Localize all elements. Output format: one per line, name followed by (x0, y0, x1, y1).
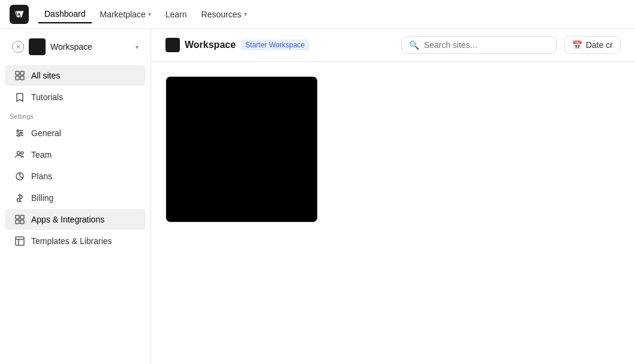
nav-items: Dashboard Marketplace ▾ Learn Resources … (38, 5, 253, 23)
search-input[interactable] (424, 40, 549, 50)
svg-point-9 (18, 135, 20, 137)
sidebar-item-all-sites[interactable]: All sites (5, 65, 146, 86)
sort-button[interactable]: 📅 Date cr (564, 36, 621, 54)
workspace-avatar (29, 38, 46, 55)
calendar-icon: 📅 (572, 40, 582, 50)
workspace-chevron-icon: ▾ (136, 44, 139, 50)
starter-workspace-badge: Starter Workspace (240, 40, 309, 50)
sidebar-item-plans[interactable]: Plans (5, 166, 146, 186)
nav-item-marketplace[interactable]: Marketplace ▾ (94, 6, 157, 23)
svg-rect-0 (16, 71, 19, 75)
breadcrumb-workspace-name: Workspace (185, 40, 236, 50)
workspace-selector[interactable]: ✕ Workspace ▾ (5, 34, 146, 60)
svg-rect-18 (16, 237, 24, 245)
breadcrumb: Workspace Starter Workspace (165, 38, 309, 52)
site-card[interactable] (165, 76, 318, 350)
site-thumbnail (165, 76, 318, 222)
search-bar[interactable]: 🔍 (401, 36, 557, 54)
workspace-name: Workspace (50, 42, 131, 52)
sidebar: ✕ Workspace ▾ All sites Tuto (0, 29, 151, 364)
breadcrumb-workspace-avatar (165, 38, 180, 52)
svg-rect-14 (16, 215, 19, 219)
sites-grid (151, 62, 635, 364)
users-icon (14, 149, 25, 160)
sliders-icon (14, 128, 25, 139)
nav-item-resources[interactable]: Resources ▾ (195, 6, 253, 23)
sidebar-item-team[interactable]: Team (5, 145, 146, 165)
dollar-icon (14, 192, 25, 203)
sidebar-item-billing[interactable]: Billing (5, 188, 146, 208)
sort-button-label: Date cr (586, 40, 613, 50)
svg-point-8 (20, 133, 22, 134)
svg-point-7 (17, 130, 19, 132)
logo[interactable] (10, 5, 29, 24)
nav-item-learn[interactable]: Learn (159, 6, 193, 23)
marketplace-chevron-icon: ▾ (148, 11, 151, 17)
sidebar-item-templates-libraries[interactable]: Templates & Libraries (5, 231, 146, 251)
sidebar-item-tutorials[interactable]: Tutorials (5, 87, 146, 107)
settings-section-label: Settings (0, 108, 151, 122)
svg-rect-1 (20, 71, 24, 75)
content-area: Workspace Starter Workspace 🔍 📅 Date cr (151, 29, 635, 364)
svg-rect-17 (20, 220, 24, 224)
nav-item-dashboard[interactable]: Dashboard (38, 5, 92, 23)
svg-rect-3 (20, 76, 24, 80)
main-layout: ✕ Workspace ▾ All sites Tuto (0, 29, 635, 364)
workspace-close-button[interactable]: ✕ (12, 41, 24, 53)
svg-point-10 (17, 152, 20, 155)
svg-rect-15 (20, 215, 24, 219)
grid-icon (14, 70, 25, 81)
sidebar-item-apps-integrations[interactable]: Apps & Integrations (5, 209, 146, 230)
content-header: Workspace Starter Workspace 🔍 📅 Date cr (151, 29, 635, 62)
bookmark-icon (14, 92, 25, 103)
search-icon: 🔍 (409, 40, 419, 50)
svg-rect-2 (16, 76, 19, 80)
template-icon (14, 236, 25, 246)
sidebar-item-general[interactable]: General (5, 123, 146, 143)
pie-chart-icon (14, 171, 25, 182)
svg-point-11 (21, 152, 23, 154)
webflow-logo-icon (13, 8, 25, 20)
top-navigation: Dashboard Marketplace ▾ Learn Resources … (0, 0, 635, 29)
apps-icon (14, 214, 25, 225)
svg-rect-16 (16, 220, 19, 224)
resources-chevron-icon: ▾ (244, 11, 247, 17)
